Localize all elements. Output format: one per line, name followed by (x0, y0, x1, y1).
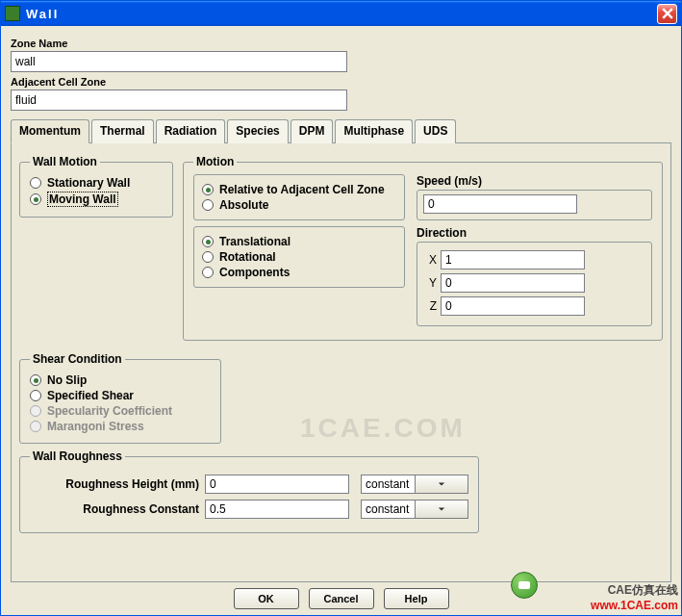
button-bar: OK Cancel Help (11, 582, 671, 613)
radio-translational[interactable]: Translational (202, 235, 396, 248)
radio-icon (202, 267, 214, 278)
motion-legend: Motion (193, 155, 237, 168)
radio-components[interactable]: Components (202, 266, 396, 279)
shear-condition-group: Shear Condition No Slip Specified Shear … (19, 352, 221, 444)
radio-icon (202, 251, 214, 263)
roughness-constant-label: Roughness Constant (30, 502, 199, 516)
direction-z-input[interactable] (441, 296, 585, 316)
tab-uds[interactable]: UDS (415, 119, 456, 143)
radio-icon (202, 236, 214, 247)
adjacent-zone-input[interactable] (11, 90, 347, 111)
close-button[interactable] (657, 4, 677, 24)
ok-button[interactable]: OK (234, 588, 299, 609)
radio-label: Specularity Coefficient (47, 404, 172, 418)
radio-absolute[interactable]: Absolute (202, 198, 396, 212)
radio-icon (30, 390, 41, 401)
radio-label: Moving Wall (47, 192, 118, 207)
radio-label: Rotational (219, 250, 276, 264)
radio-label: Components (219, 266, 290, 279)
x-label: X (423, 253, 437, 267)
radio-icon (30, 405, 41, 417)
radio-label: No Slip (47, 373, 87, 387)
tab-species[interactable]: Species (227, 119, 288, 143)
client-area: Zone Name Adjacent Cell Zone Momentum Th… (1, 26, 681, 615)
wall-motion-group: Wall Motion Stationary Wall Moving Wall (19, 155, 173, 218)
direction-x-input[interactable] (441, 250, 585, 270)
radio-moving-wall[interactable]: Moving Wall (30, 192, 163, 207)
direction-y-input[interactable] (441, 273, 585, 293)
radio-label: Relative to Adjacent Cell Zone (219, 183, 385, 196)
combo-value: constant (362, 477, 415, 491)
radio-icon (30, 177, 41, 189)
direction-label: Direction (417, 226, 652, 240)
radio-icon (202, 199, 214, 211)
radio-relative[interactable]: Relative to Adjacent Cell Zone (202, 183, 396, 196)
tab-bar: Momentum Thermal Radiation Species DPM M… (11, 118, 671, 142)
radio-label: Stationary Wall (47, 176, 130, 190)
y-label: Y (423, 276, 437, 290)
radio-rotational[interactable]: Rotational (202, 250, 396, 264)
motion-reference-box: Relative to Adjacent Cell Zone Absolute (193, 174, 405, 220)
roughness-constant-combo[interactable]: constant (361, 500, 468, 519)
radio-icon (30, 374, 41, 386)
radio-label: Specified Shear (47, 389, 134, 402)
motion-group: Motion Relative to Adjacent Cell Zone (183, 155, 663, 341)
wall-dialog: Wall Zone Name Adjacent Cell Zone Moment… (0, 0, 682, 616)
tab-multiphase[interactable]: Multiphase (335, 119, 413, 143)
radio-label: Absolute (219, 198, 268, 212)
roughness-legend: Wall Roughness (30, 449, 125, 463)
zone-name-label: Zone Name (11, 38, 671, 49)
roughness-height-input[interactable] (205, 475, 349, 494)
zone-name-input[interactable] (11, 51, 347, 72)
radio-no-slip[interactable]: No Slip (30, 373, 211, 387)
radio-icon (30, 193, 41, 205)
close-icon (662, 8, 673, 19)
motion-type-box: Translational Rotational Components (193, 226, 405, 288)
radio-specified-shear[interactable]: Specified Shear (30, 389, 211, 402)
momentum-panel: Wall Motion Stationary Wall Moving Wall … (11, 142, 671, 582)
combo-value: constant (362, 502, 415, 516)
titlebar: Wall (1, 1, 681, 26)
adjacent-zone-label: Adjacent Cell Zone (11, 76, 671, 88)
roughness-height-combo[interactable]: constant (361, 475, 468, 494)
help-button[interactable]: Help (384, 588, 449, 609)
radio-label: Translational (219, 235, 290, 248)
radio-label: Marangoni Stress (47, 420, 144, 433)
window-title: Wall (26, 7, 657, 21)
cancel-button[interactable]: Cancel (309, 588, 374, 609)
wall-motion-legend: Wall Motion (30, 155, 100, 168)
speed-label: Speed (m/s) (417, 174, 652, 188)
app-icon (5, 6, 20, 21)
speed-input[interactable] (423, 194, 577, 214)
radio-stationary-wall[interactable]: Stationary Wall (30, 176, 163, 190)
radio-icon (30, 421, 41, 432)
z-label: Z (423, 299, 437, 313)
tab-thermal[interactable]: Thermal (91, 119, 154, 143)
watermark-text: 1CAE.COM (300, 413, 466, 444)
tab-momentum[interactable]: Momentum (11, 119, 89, 143)
radio-specularity: Specularity Coefficient (30, 404, 211, 418)
shear-legend: Shear Condition (30, 352, 125, 366)
chevron-down-icon (415, 475, 468, 493)
roughness-height-label: Roughness Height (mm) (30, 477, 199, 491)
roughness-constant-input[interactable] (205, 500, 349, 519)
radio-marangoni: Marangoni Stress (30, 420, 211, 433)
tab-radiation[interactable]: Radiation (156, 119, 226, 143)
wall-roughness-group: Wall Roughness Roughness Height (mm) con… (19, 449, 479, 533)
chevron-down-icon (415, 500, 468, 518)
radio-icon (202, 184, 214, 195)
tab-dpm[interactable]: DPM (290, 119, 334, 143)
